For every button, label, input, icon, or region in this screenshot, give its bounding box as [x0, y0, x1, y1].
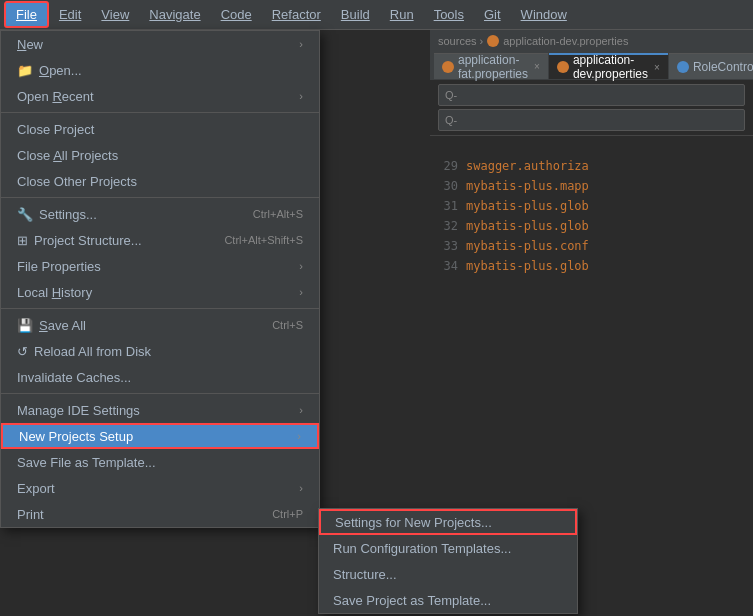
separator-3	[1, 308, 319, 309]
menu-item-run[interactable]: Run	[380, 3, 424, 26]
menu-item-window-label: Window	[521, 7, 567, 22]
menu-new-arrow: ›	[299, 38, 303, 50]
search-bar-2[interactable]: Q-	[438, 109, 745, 131]
breadcrumb: sources › application-dev.properties	[430, 30, 753, 52]
separator-4	[1, 393, 319, 394]
submenu-settings-for-new-projects[interactable]: Settings for New Projects...	[319, 509, 577, 535]
menu-item-tools[interactable]: Tools	[424, 3, 474, 26]
menu-reload-all[interactable]: ↺ Reload All from Disk	[1, 338, 319, 364]
menu-close-other-projects[interactable]: Close Other Projects	[1, 168, 319, 194]
menu-item-git[interactable]: Git	[474, 3, 511, 26]
menu-item-file[interactable]: File	[4, 1, 49, 28]
menu-close-project-label: Close Project	[17, 122, 94, 137]
reload-icon: ↺	[17, 344, 28, 359]
menu-item-edit-label: Edit	[59, 7, 81, 22]
menu-new-projects-setup[interactable]: New Projects Setup ›	[1, 423, 319, 449]
submenu-run-config-templates[interactable]: Run Configuration Templates...	[319, 535, 577, 561]
tab-role-controller[interactable]: RoleControllerActivator.java	[669, 53, 753, 79]
menu-project-structure[interactable]: ⊞ Project Structure... Ctrl+Alt+Shift+S	[1, 227, 319, 253]
line-content-33: mybatis-plus.conf	[466, 239, 589, 253]
menu-item-tools-label: Tools	[434, 7, 464, 22]
menu-new-projects-setup-arrow: ›	[297, 430, 301, 442]
grid-icon: ⊞	[17, 233, 28, 248]
menu-save-file-as-template-label: Save File as Template...	[17, 455, 156, 470]
line-content-29: swagger.authoriza	[466, 159, 589, 173]
menu-new[interactable]: New ›	[1, 31, 319, 57]
tab-close-dev[interactable]: ×	[654, 62, 660, 73]
submenu-save-project-as-template[interactable]: Save Project as Template...	[319, 587, 577, 613]
search-bar-1[interactable]: Q-	[438, 84, 745, 106]
menu-print-label: Print	[17, 507, 44, 522]
line-number-33: 33	[430, 239, 466, 253]
menu-open-recent-label: Open Recent	[17, 89, 94, 104]
menu-save-all[interactable]: 💾 Save All Ctrl+S	[1, 312, 319, 338]
menu-export[interactable]: Export ›	[1, 475, 319, 501]
line-content-30: mybatis-plus.mapp	[466, 179, 589, 193]
menu-item-view[interactable]: View	[91, 3, 139, 26]
tab-fat-properties[interactable]: application-fat.properties ×	[434, 53, 548, 79]
menu-item-window[interactable]: Window	[511, 3, 577, 26]
code-line-29: 29 swagger.authoriza	[430, 156, 753, 176]
breadcrumb-filename: application-dev.properties	[503, 35, 628, 47]
tab-label-role: RoleControllerActivator.java	[693, 60, 753, 74]
line-number-29: 29	[430, 159, 466, 173]
menu-item-refactor-label: Refactor	[272, 7, 321, 22]
submenu-structure-label: Structure...	[333, 567, 397, 582]
menu-invalidate-caches[interactable]: Invalidate Caches...	[1, 364, 319, 390]
tab-icon-dev	[557, 61, 569, 73]
code-line-34: 34 mybatis-plus.glob	[430, 256, 753, 276]
code-line-31: 31 mybatis-plus.glob	[430, 196, 753, 216]
menu-save-all-label: Save All	[39, 318, 86, 333]
file-dropdown-menu: New › 📁 Open... Open Recent › Close Proj…	[0, 30, 320, 528]
menu-close-other-projects-label: Close Other Projects	[17, 174, 137, 189]
menu-local-history[interactable]: Local History ›	[1, 279, 319, 305]
menu-file-properties-arrow: ›	[299, 260, 303, 272]
menu-close-all-projects[interactable]: Close All Projects	[1, 142, 319, 168]
line-content-34: mybatis-plus.glob	[466, 259, 589, 273]
breadcrumb-separator: sources ›	[438, 35, 483, 47]
menu-item-edit[interactable]: Edit	[49, 3, 91, 26]
menu-close-project[interactable]: Close Project	[1, 116, 319, 142]
menu-file-properties[interactable]: File Properties ›	[1, 253, 319, 279]
menu-settings-label: Settings...	[39, 207, 97, 222]
menu-local-history-arrow: ›	[299, 286, 303, 298]
menu-item-code[interactable]: Code	[211, 3, 262, 26]
line-number-31: 31	[430, 199, 466, 213]
menu-open-recent[interactable]: Open Recent ›	[1, 83, 319, 109]
new-projects-submenu: Settings for New Projects... Run Configu…	[318, 508, 578, 614]
menu-manage-ide-settings-label: Manage IDE Settings	[17, 403, 140, 418]
menu-export-label: Export	[17, 481, 55, 496]
submenu-structure[interactable]: Structure...	[319, 561, 577, 587]
menu-settings[interactable]: 🔧 Settings... Ctrl+Alt+S	[1, 201, 319, 227]
menu-item-build[interactable]: Build	[331, 3, 380, 26]
menu-print[interactable]: Print Ctrl+P	[1, 501, 319, 527]
folder-icon: 📁	[17, 63, 33, 78]
code-line-33: 33 mybatis-plus.conf	[430, 236, 753, 256]
tab-dev-properties[interactable]: application-dev.properties ×	[549, 53, 668, 79]
line-content-32: mybatis-plus.glob	[466, 219, 589, 233]
code-line-32: 32 mybatis-plus.glob	[430, 216, 753, 236]
separator-2	[1, 197, 319, 198]
menu-open-label: Open...	[39, 63, 82, 78]
tab-label-dev: application-dev.properties	[573, 53, 648, 81]
menu-item-refactor[interactable]: Refactor	[262, 3, 331, 26]
menu-project-structure-label: Project Structure...	[34, 233, 142, 248]
menu-manage-ide-settings-arrow: ›	[299, 404, 303, 416]
code-line-30: 30 mybatis-plus.mapp	[430, 176, 753, 196]
tabs-bar: application-fat.properties × application…	[430, 52, 753, 80]
tab-icon-fat	[442, 61, 454, 73]
line-content-31: mybatis-plus.glob	[466, 199, 589, 213]
menu-save-file-as-template[interactable]: Save File as Template...	[1, 449, 319, 475]
search-icon-2: Q-	[445, 114, 457, 126]
menu-project-structure-shortcut: Ctrl+Alt+Shift+S	[224, 234, 303, 246]
line-number-32: 32	[430, 219, 466, 233]
menu-item-code-label: Code	[221, 7, 252, 22]
menu-open[interactable]: 📁 Open...	[1, 57, 319, 83]
tab-close-fat[interactable]: ×	[534, 61, 540, 72]
menu-item-navigate[interactable]: Navigate	[139, 3, 210, 26]
save-icon: 💾	[17, 318, 33, 333]
menu-file-properties-label: File Properties	[17, 259, 101, 274]
menu-manage-ide-settings[interactable]: Manage IDE Settings ›	[1, 397, 319, 423]
line-number-34: 34	[430, 259, 466, 273]
menu-settings-shortcut: Ctrl+Alt+S	[253, 208, 303, 220]
